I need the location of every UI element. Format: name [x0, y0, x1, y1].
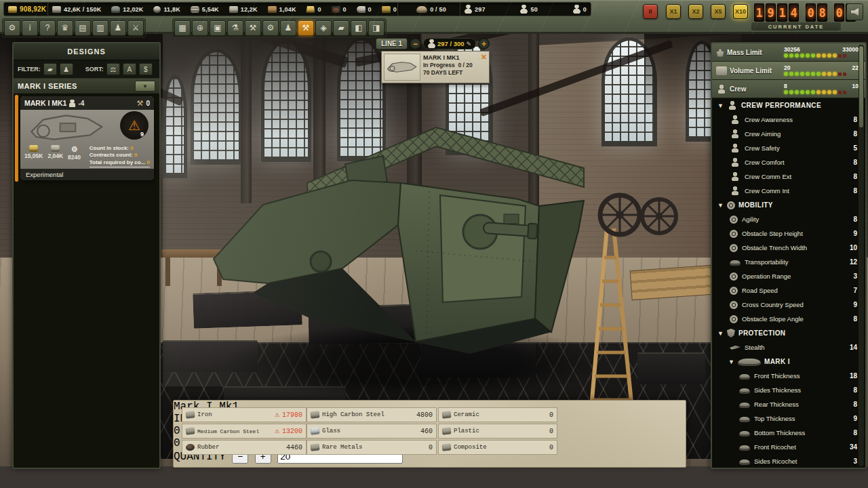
tank-designs-button[interactable]: ◧	[351, 20, 367, 36]
section-title: CREW PERFORMANCE	[741, 102, 821, 109]
wheel-icon	[730, 216, 738, 224]
maintenance-button[interactable]: ⚙	[262, 20, 279, 36]
section-mark1-armor[interactable]: ▼ MARK I	[712, 354, 865, 369]
resource-value: 12,2K	[241, 6, 258, 13]
edit-icon[interactable]: ✎	[467, 41, 472, 47]
plastic-icon	[442, 427, 452, 434]
tank-upgrades-button[interactable]: ◨	[368, 20, 384, 36]
workers-value: 297	[475, 6, 486, 13]
factory-button[interactable]: ▦	[174, 20, 191, 36]
reports-button[interactable]: ▥	[92, 20, 108, 36]
section-crew-performance[interactable]: ▼ CREW PERFORMANCE	[712, 98, 865, 113]
speed-x5-button[interactable]: X5	[711, 4, 726, 19]
series-name: MARK I SERIES	[18, 82, 135, 90]
gear-icon: ⚙	[71, 145, 78, 154]
workshop-button[interactable]: ⚒	[245, 20, 261, 36]
design-card-mark1-mk1[interactable]: MARK I MK1 -4 ⚒ 0 ⚠ 9 15,05K 2,04K	[20, 96, 154, 180]
stat-obstacle-trench-width: Obstacle Trench Width10	[712, 241, 865, 255]
crew-stat-icon	[730, 129, 741, 138]
material-ceramic: Ceramic 0	[438, 407, 557, 422]
resource-leather: 1,04K	[268, 6, 296, 13]
resource-coal: 0	[332, 6, 347, 13]
resource-gold-ingots: 0	[306, 6, 321, 13]
line-remove-workers-button[interactable]: −	[410, 38, 421, 49]
sort-weight-button[interactable]: ⚖	[106, 63, 120, 75]
coal-icon	[332, 6, 340, 13]
info-button[interactable]: i	[22, 20, 38, 36]
settings-button[interactable]: ⚙	[4, 20, 20, 36]
order-days-left: 70 DAYS LEFT	[423, 69, 473, 77]
gauge-current: 8	[784, 83, 787, 89]
design-status: Experimental	[20, 169, 154, 180]
parts-button[interactable]: ◈	[315, 20, 332, 36]
achievements-button[interactable]: ♛	[57, 20, 73, 36]
world-market-button[interactable]: ⊕	[192, 20, 208, 36]
selected-indicator	[15, 95, 18, 182]
specialist-icon	[573, 5, 580, 14]
game-window: 908,92K 42,6K / 150K 12,02K 11,8K 5,54K …	[0, 0, 868, 488]
line-add-workers-button[interactable]: +	[478, 38, 490, 49]
mark1-tank-icon	[738, 359, 761, 366]
vehicle-storage-button[interactable]: ▰	[333, 20, 349, 36]
pause-button[interactable]: II	[643, 4, 658, 19]
materials-panel: Iron ⚠ 17980 Medium Carbon Steel ⚠ 13200…	[173, 400, 686, 468]
section-title: MOBILITY	[738, 201, 773, 209]
filter-crew-button[interactable]: ♟	[60, 63, 73, 75]
production-button[interactable]: ⚒	[298, 20, 314, 36]
crew-delta-value: -4	[78, 100, 84, 107]
stat-sides-ricochet: Sides Ricochet3	[712, 454, 865, 468]
wire-icon	[191, 6, 199, 13]
announcements-button[interactable]	[846, 3, 863, 20]
glass-icon	[311, 427, 320, 434]
high-carbon-steel-icon	[311, 411, 320, 418]
armor-icon	[739, 445, 750, 451]
personnel-button[interactable]: ♟	[280, 20, 296, 36]
platform-pad	[637, 352, 705, 384]
tank-storage-value: 0 / 50	[430, 6, 446, 13]
warning-badge[interactable]: ⚠ 9	[120, 111, 149, 140]
workers-value: 0	[583, 6, 587, 13]
date-digit: 8	[817, 3, 827, 22]
intelligence-button[interactable]: ♟	[110, 20, 126, 36]
line-order-card[interactable]: MARK I MK1 In Progress 0 / 20 70 DAYS LE…	[381, 51, 490, 83]
gauge-label: Mass Limit	[727, 49, 781, 56]
design-name: MARK I MK1	[24, 99, 66, 107]
tank-mark1[interactable]	[212, 115, 592, 359]
workers-value: 50	[530, 6, 537, 13]
gauge-volume-limit: Volume Limit 2022	[712, 62, 865, 80]
stat-obstacle-step-height: Obstacle Step Height9	[712, 226, 865, 241]
section-mobility[interactable]: ▼ MOBILITY	[712, 198, 865, 212]
section-protection[interactable]: ▼ PROTECTION	[712, 326, 865, 340]
wheel-icon	[730, 287, 738, 295]
series-collapse-button[interactable]: ▼	[135, 81, 155, 92]
scrollbar-thumb[interactable]	[859, 46, 863, 127]
crew-stat-icon	[730, 172, 741, 181]
wheel-icon	[730, 230, 738, 238]
resource-value: 12,02K	[123, 6, 143, 13]
speed-x10-button[interactable]: X10	[733, 4, 748, 19]
tank-storage-icon	[416, 6, 427, 13]
speed-x1-button[interactable]: X1	[666, 4, 681, 19]
resources-display: 42,6K / 150K 12,02K 11,8K 5,54K 12,2K 1,…	[47, 2, 401, 16]
contracts-button[interactable]: ▣	[210, 20, 226, 36]
crew-stat-icon	[730, 115, 741, 124]
order-close-button[interactable]: ✕	[481, 53, 487, 62]
sort-alpha-button[interactable]: A	[123, 63, 136, 75]
workers-specialists: 0	[573, 5, 587, 14]
material-rare-metals: Rare Metals 0	[307, 440, 437, 455]
material-iron: Iron ⚠ 17980	[182, 407, 307, 422]
series-header[interactable]: MARK I SERIES ▼	[14, 79, 159, 94]
newspaper-button[interactable]: ▤	[75, 20, 91, 36]
money-bag-icon	[29, 145, 38, 152]
filter-tanks-button[interactable]: ▰	[43, 63, 57, 75]
stats-scrollbar[interactable]	[859, 45, 864, 466]
components-icon	[153, 6, 161, 13]
tank-sketch-icon	[27, 113, 108, 142]
speed-x2-button[interactable]: X2	[688, 4, 703, 19]
leather-icon	[268, 6, 277, 13]
research-button[interactable]: ⚗	[227, 20, 243, 36]
armor-icon	[739, 431, 750, 436]
sort-cost-button[interactable]: $	[139, 63, 153, 75]
warfare-button[interactable]: ⚔	[127, 20, 144, 36]
help-button[interactable]: ?	[39, 20, 56, 36]
